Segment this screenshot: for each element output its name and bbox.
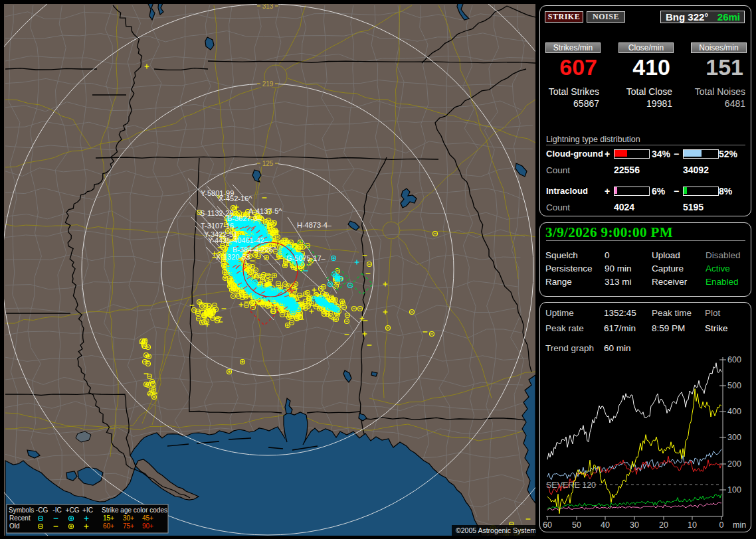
svg-text:500: 500 [727, 381, 741, 390]
svg-text:0: 0 [719, 520, 724, 530]
svg-text:100: 100 [727, 485, 741, 495]
svg-text:200: 200 [727, 459, 741, 469]
svg-text:400: 400 [727, 407, 741, 416]
svg-text:60: 60 [543, 520, 552, 530]
svg-text:min: min [733, 520, 746, 530]
svg-text:600: 600 [727, 355, 741, 364]
svg-text:40: 40 [601, 520, 610, 530]
svg-text:50: 50 [572, 520, 581, 530]
svg-text:300: 300 [727, 433, 741, 442]
svg-text:10: 10 [688, 520, 697, 530]
svg-text:30: 30 [630, 520, 639, 530]
svg-text:20: 20 [659, 520, 668, 530]
